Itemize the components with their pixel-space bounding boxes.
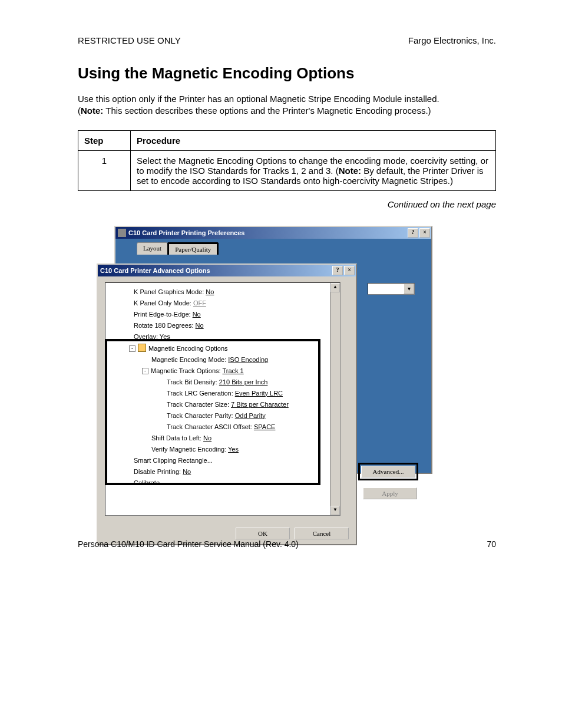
label: Verify Magnetic Encoding: xyxy=(151,446,228,453)
label: K Panel Only Mode: xyxy=(134,299,193,307)
value: 210 Bits per Inch xyxy=(219,378,268,386)
header-left: RESTRICTED USE ONLY xyxy=(78,35,181,45)
outer-window-title: C10 Card Printer Printing Preferences xyxy=(128,229,408,236)
help-icon[interactable]: ? xyxy=(408,228,418,238)
scroll-up-icon[interactable]: ▲ xyxy=(330,283,340,292)
value: SPACE xyxy=(254,423,275,430)
advanced-highlight: Advanced... xyxy=(358,463,418,480)
value: No xyxy=(183,468,191,475)
ok-button[interactable]: OK xyxy=(236,528,290,539)
close-icon[interactable]: × xyxy=(419,228,430,238)
tree-verify-encoding[interactable]: Verify Magnetic Encoding: Yes xyxy=(117,444,338,455)
value: Odd Parity xyxy=(235,412,266,419)
intro-note-bold: Note: xyxy=(81,106,103,116)
tree-k-panel-only[interactable]: K Panel Only Mode: OFF xyxy=(117,298,338,309)
value: 7 Bits per Character xyxy=(231,401,289,408)
value: No xyxy=(203,434,211,442)
value: Yes xyxy=(160,333,170,340)
inner-titlebar: C10 Card Printer Advanced Options ? × xyxy=(98,265,356,276)
folder-icon xyxy=(138,344,146,352)
tab-layout[interactable]: Layout xyxy=(137,242,168,255)
value: ISO Encoding xyxy=(228,356,268,363)
header-right: Fargo Electronics, Inc. xyxy=(408,35,496,45)
advanced-button[interactable]: Advanced... xyxy=(361,466,415,477)
procedure-table: Step Procedure 1 Select the Magnetic Enc… xyxy=(78,130,496,191)
tree-smart-clipping[interactable]: Smart Clipping Rectangle... xyxy=(117,455,338,466)
scrollbar[interactable]: ▲ ▼ xyxy=(330,283,340,515)
tree-char-parity[interactable]: Track Character Parity: Odd Parity xyxy=(117,410,338,421)
close-icon[interactable]: × xyxy=(344,266,355,275)
scroll-down-icon[interactable]: ▼ xyxy=(330,506,340,515)
apply-button: Apply xyxy=(363,487,417,499)
label: Track Character Size: xyxy=(167,401,231,408)
label: Rotate 180 Degrees: xyxy=(134,322,196,329)
tree-shift-left[interactable]: Shift Data to Left: No xyxy=(117,433,338,444)
help-icon[interactable]: ? xyxy=(332,266,343,275)
value: No xyxy=(196,322,204,329)
proc-note-bold: Note: xyxy=(339,166,361,176)
tray-select[interactable] xyxy=(368,283,415,295)
intro-line1: Use this option only if the Printer has … xyxy=(78,94,439,104)
label: Smart Clipping Rectangle... xyxy=(134,457,213,464)
label: Magnetic Track Options: xyxy=(151,367,222,374)
label: Disable Printing: xyxy=(134,468,183,475)
value: OFF xyxy=(193,299,206,307)
page-title: Using the Magnetic Encoding Options xyxy=(78,64,496,83)
value: Yes xyxy=(228,446,239,453)
tree-ascii-offset[interactable]: Track Character ASCII Offset: SPACE xyxy=(117,421,338,433)
label: Track LRC Generation: xyxy=(167,390,235,397)
footer-left: Persona C10/M10 ID Card Printer Service … xyxy=(78,539,299,549)
value: Even Parity LRC xyxy=(235,390,283,397)
value: No xyxy=(193,311,201,318)
continued-note: Continued on the next page xyxy=(78,199,496,209)
tree-overlay[interactable]: Overlay: Yes xyxy=(117,331,338,342)
options-tree[interactable]: K Panel Graphics Mode: No K Panel Only M… xyxy=(105,282,340,516)
cancel-button[interactable]: Cancel xyxy=(295,528,349,539)
label: Shift Data to Left: xyxy=(151,434,203,442)
tab-paper-quality[interactable]: Paper/Quality xyxy=(167,242,219,255)
label: K Panel Graphics Mode: xyxy=(134,288,206,295)
label: Track Character ASCII Offset: xyxy=(167,423,254,430)
step-procedure: Select the Magnetic Encoding Options to … xyxy=(131,150,496,190)
tree-char-size[interactable]: Track Character Size: 7 Bits per Charact… xyxy=(117,399,338,410)
col-step: Step xyxy=(78,130,131,150)
intro-paragraph: Use this option only if the Printer has … xyxy=(78,93,496,117)
label: Track Bit Density: xyxy=(167,378,219,386)
label: Print Edge-to-Edge: xyxy=(134,311,193,318)
page-number: 70 xyxy=(487,539,496,549)
inner-window-title: C10 Card Printer Advanced Options xyxy=(100,267,332,274)
tree-k-panel-graphics[interactable]: K Panel Graphics Mode: No xyxy=(117,286,338,298)
value: No xyxy=(206,288,214,295)
tree-rotate-180[interactable]: Rotate 180 Degrees: No xyxy=(117,320,338,331)
advanced-options-window: C10 Card Printer Advanced Options ? × K … xyxy=(97,263,357,545)
app-icon xyxy=(118,229,126,237)
tree-disable-printing[interactable]: Disable Printing: No xyxy=(117,466,338,477)
tree-print-edge[interactable]: Print Edge-to-Edge: No xyxy=(117,309,338,320)
label: Magnetic Encoding Options xyxy=(148,345,228,352)
tree-lrc-generation[interactable]: Track LRC Generation: Even Parity LRC xyxy=(117,388,338,399)
step-number: 1 xyxy=(78,150,131,190)
tree-track-options[interactable]: -Magnetic Track Options: Track 1 xyxy=(117,365,338,377)
label: Overlay: xyxy=(134,333,160,340)
label: Track Character Parity: xyxy=(167,412,235,419)
tree-magnetic-encoding-options[interactable]: -Magnetic Encoding Options xyxy=(117,342,338,354)
collapse-icon[interactable]: - xyxy=(142,368,148,374)
tree-calibrate[interactable]: Calibrate... xyxy=(117,477,338,489)
collapse-icon[interactable]: - xyxy=(129,345,135,352)
value: Track 1 xyxy=(222,367,243,374)
tree-bit-density[interactable]: Track Bit Density: 210 Bits per Inch xyxy=(117,377,338,388)
intro-note-rest: This section describes these options and… xyxy=(103,106,431,116)
label: Calibrate... xyxy=(134,479,165,486)
col-procedure: Procedure xyxy=(131,130,496,150)
tree-encoding-mode[interactable]: Magnetic Encoding Mode: ISO Encoding xyxy=(117,354,338,365)
label: Magnetic Encoding Mode: xyxy=(151,356,228,363)
outer-titlebar: C10 Card Printer Printing Preferences ? … xyxy=(115,227,431,239)
